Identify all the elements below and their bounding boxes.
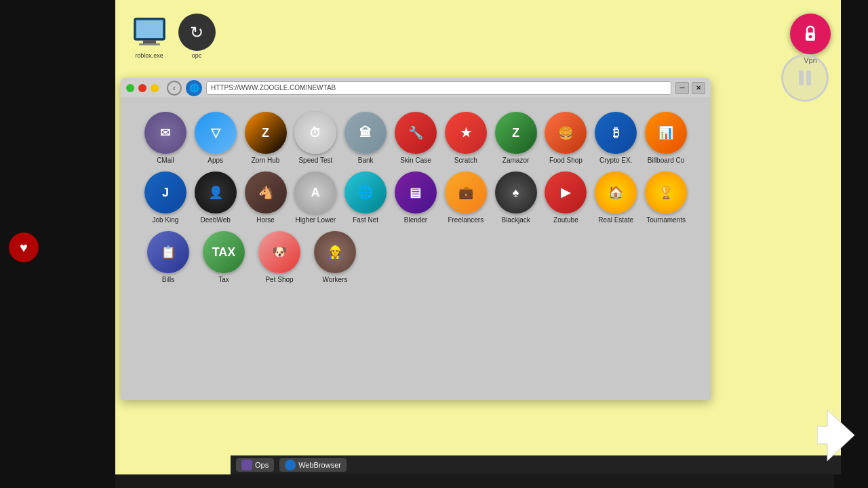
app-label-fastnet: Fast Net bbox=[353, 216, 378, 224]
win-btn-red[interactable] bbox=[138, 84, 146, 92]
desktop-icon-refresh[interactable]: ↻ opc bbox=[176, 14, 217, 59]
app-label-deebweb: DeebWeb bbox=[201, 216, 231, 224]
app-label-zornhub: Zorn Hub bbox=[252, 157, 280, 165]
app-label-speedtest: Speed Test bbox=[298, 157, 332, 165]
win-close[interactable]: ✕ bbox=[692, 82, 705, 94]
svg-rect-5 bbox=[139, 43, 160, 45]
app-label-foodshop: Food Shop bbox=[549, 157, 583, 165]
app-label-scratch: Scratch bbox=[454, 157, 477, 165]
app-item-billboard[interactable]: 📊Billboard Co bbox=[642, 112, 690, 165]
desktop: roblox.exe ↻ opc VPN Vpn ‹ bbox=[115, 0, 841, 474]
app-item-skincase[interactable]: 🔧Skin Case bbox=[391, 112, 440, 165]
browser-nav: ‹ bbox=[167, 81, 182, 96]
app-icon-bills: 📋 bbox=[147, 231, 189, 273]
app-icon-horse: 🐴 bbox=[245, 171, 287, 214]
app-icon-apps: ▽ bbox=[195, 112, 237, 154]
app-icon-blackjack: ♠ bbox=[495, 171, 537, 214]
app-label-tax: Tax bbox=[218, 276, 229, 284]
app-item-horse[interactable]: 🐴Horse bbox=[241, 171, 290, 224]
app-icon-deebweb: 👤 bbox=[195, 171, 237, 214]
app-item-higherlower[interactable]: AHigher Lower bbox=[291, 171, 340, 224]
app-label-skincase: Skin Case bbox=[400, 157, 431, 165]
taskbar-item-ops[interactable]: Ops bbox=[236, 458, 274, 472]
globe-icon: 🌐 bbox=[186, 80, 202, 96]
app-label-zoutube: Zoutube bbox=[553, 216, 578, 224]
app-icon-foodshop: 🍔 bbox=[545, 112, 587, 154]
app-item-cmail[interactable]: ✉CMail bbox=[141, 112, 190, 165]
svg-marker-11 bbox=[817, 410, 854, 461]
app-item-zamazor[interactable]: ZZamazor bbox=[492, 112, 540, 165]
app-icon-fastnet: 🌐 bbox=[344, 171, 387, 214]
app-label-zamazor: Zamazor bbox=[502, 157, 529, 165]
app-item-jobking[interactable]: JJob King bbox=[141, 171, 190, 224]
app-item-realestate[interactable]: 🏠Real Estate bbox=[591, 171, 640, 224]
app-label-cmail: CMail bbox=[157, 157, 174, 165]
desktop-icon-computer-label: roblox.exe bbox=[135, 52, 163, 59]
url-text: HTTPS://WWW.ZOOGLE.COM/NEWTAB bbox=[211, 84, 336, 92]
health-icon: ♥ bbox=[7, 230, 41, 264]
app-icon-workers: 👷 bbox=[314, 231, 356, 273]
taskbar: Ops WebBrowser 🔊 12:29 bbox=[231, 455, 841, 474]
svg-rect-9 bbox=[799, 70, 804, 85]
app-icon-speedtest: ⏱ bbox=[294, 112, 336, 154]
app-item-workers[interactable]: 👷Workers bbox=[308, 231, 362, 284]
app-item-scratch[interactable]: ★Scratch bbox=[441, 112, 490, 165]
app-icon-tournaments: 🏆 bbox=[645, 171, 687, 214]
app-item-deebweb[interactable]: 👤DeebWeb bbox=[191, 171, 240, 224]
svg-rect-3 bbox=[136, 20, 163, 38]
left-panel: ♥ bbox=[0, 0, 115, 488]
app-item-zoutube[interactable]: ▶Zoutube bbox=[542, 171, 591, 224]
app-item-foodshop[interactable]: 🍔Food Shop bbox=[542, 112, 591, 165]
taskbar-webbrowser-label: WebBrowser bbox=[298, 461, 341, 469]
app-label-blender: Blender bbox=[404, 216, 427, 224]
app-label-apps: Apps bbox=[208, 157, 223, 165]
svg-rect-10 bbox=[806, 70, 811, 85]
win-minimize[interactable]: ─ bbox=[675, 82, 689, 94]
app-item-bank[interactable]: 🏛Bank bbox=[341, 112, 390, 165]
app-icon-bank: 🏛 bbox=[344, 112, 387, 154]
app-icon-billboard: 📊 bbox=[645, 112, 687, 154]
app-item-petshop[interactable]: 🐶Pet Shop bbox=[252, 231, 307, 284]
app-icon-freelancers: 💼 bbox=[445, 171, 487, 214]
app-icon-cryptoex: ₿ bbox=[595, 112, 637, 154]
app-item-cryptoex[interactable]: ₿Crypto EX. bbox=[591, 112, 640, 165]
app-item-blackjack[interactable]: ♠Blackjack bbox=[492, 171, 540, 224]
app-label-billboard: Billboard Co bbox=[648, 157, 684, 165]
app-item-tax[interactable]: TAXTax bbox=[197, 231, 251, 284]
app-label-petshop: Pet Shop bbox=[265, 276, 293, 284]
win-btn-green[interactable] bbox=[126, 84, 134, 92]
browser-window: ‹ 🌐 HTTPS://WWW.ZOOGLE.COM/NEWTAB ─ ✕ ✉C… bbox=[121, 78, 711, 400]
app-item-tournaments[interactable]: 🏆Tournaments bbox=[642, 171, 690, 224]
app-item-freelancers[interactable]: 💼Freelancers bbox=[441, 171, 490, 224]
app-label-freelancers: Freelancers bbox=[448, 216, 484, 224]
app-row-1: ✉CMail▽AppsZZorn Hub⏱Speed Test🏛Bank🔧Ski… bbox=[141, 112, 690, 165]
app-label-horse: Horse bbox=[256, 216, 275, 224]
desktop-icon-computer[interactable]: roblox.exe bbox=[129, 14, 170, 59]
app-icon-zoutube: ▶ bbox=[545, 171, 587, 214]
app-label-jobking: Job King bbox=[152, 216, 178, 224]
back-button[interactable]: ‹ bbox=[167, 81, 182, 96]
svg-text:VPN: VPN bbox=[807, 33, 814, 37]
app-item-zornhub[interactable]: ZZorn Hub bbox=[241, 112, 290, 165]
app-icon-cmail: ✉ bbox=[144, 112, 186, 154]
desktop-icon-refresh-label: opc bbox=[192, 52, 202, 59]
taskbar-item-webbrowser[interactable]: WebBrowser bbox=[279, 458, 347, 472]
app-label-blackjack: Blackjack bbox=[501, 216, 530, 224]
app-icon-zamazor: Z bbox=[495, 112, 537, 154]
app-label-realestate: Real Estate bbox=[598, 216, 633, 224]
app-item-fastnet[interactable]: 🌐Fast Net bbox=[341, 171, 390, 224]
win-btn-yellow[interactable] bbox=[151, 84, 159, 92]
app-item-apps[interactable]: ▽Apps bbox=[191, 112, 240, 165]
win-controls: ─ ✕ bbox=[675, 82, 705, 94]
app-label-bank: Bank bbox=[358, 157, 374, 165]
browser-titlebar: ‹ 🌐 HTTPS://WWW.ZOOGLE.COM/NEWTAB ─ ✕ bbox=[121, 78, 711, 98]
app-item-speedtest[interactable]: ⏱Speed Test bbox=[291, 112, 340, 165]
app-item-bills[interactable]: 📋Bills bbox=[141, 231, 195, 284]
app-label-bills: Bills bbox=[162, 276, 174, 284]
app-row-2: JJob King👤DeebWeb🐴HorseAHigher Lower🌐Fas… bbox=[141, 171, 690, 224]
exit-button[interactable] bbox=[817, 410, 858, 464]
pause-button[interactable] bbox=[781, 54, 829, 102]
app-row-3: 📋BillsTAXTax🐶Pet Shop👷Workers bbox=[141, 231, 690, 284]
url-bar[interactable]: HTTPS://WWW.ZOOGLE.COM/NEWTAB bbox=[206, 81, 671, 95]
app-item-blender[interactable]: ▤Blender bbox=[391, 171, 440, 224]
